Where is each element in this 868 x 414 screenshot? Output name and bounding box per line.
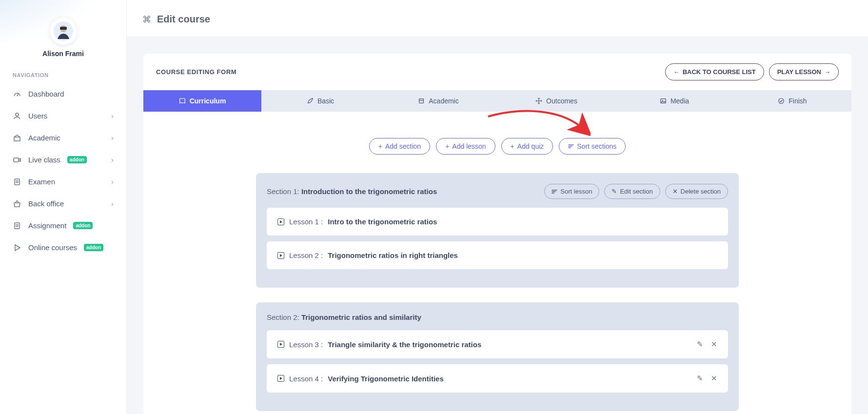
plus-icon: + — [511, 142, 514, 150]
nav-item-label: Back office — [28, 199, 64, 208]
sort-lesson-label: Sort lesson — [560, 188, 592, 195]
video-icon — [13, 156, 21, 164]
clipboard-icon — [13, 222, 21, 230]
leaf-icon — [307, 98, 314, 104]
tab-label: Outcomes — [546, 97, 577, 105]
sidebar-item-users[interactable]: Users› — [0, 105, 126, 127]
back-label: BACK TO COURSE LIST — [683, 68, 756, 76]
play-lesson-button[interactable]: PLAY LESSON → — [769, 63, 839, 80]
svg-point-4 — [16, 113, 19, 116]
sub-header: COURSE EDITING FORM ← BACK TO COURSE LIS… — [143, 54, 851, 90]
svg-rect-5 — [14, 137, 20, 141]
edit-lesson-icon[interactable]: ✎ — [697, 374, 703, 383]
nav-item-label: Dashboard — [28, 90, 64, 98]
addon-badge: addon — [73, 222, 93, 229]
lesson-title: Triangle similarity & the trigonometric … — [328, 340, 481, 349]
chevron-right-icon: › — [111, 177, 114, 186]
avatar[interactable] — [50, 18, 77, 45]
section-card: Section 2: Trigonometric ratios and simi… — [256, 302, 739, 411]
tab-curriculum[interactable]: Curriculum — [143, 90, 261, 112]
svg-rect-10 — [15, 223, 20, 229]
lesson-title: Trigonometric ratios in right triangles — [328, 251, 458, 259]
page-title: Edit course — [157, 14, 210, 25]
nav-item-label: Academic — [28, 134, 60, 142]
chevron-right-icon: › — [111, 156, 114, 164]
tab-label: Media — [671, 97, 689, 105]
sidebar: Alison Frami NAVIGATION DashboardUsers›A… — [0, 0, 127, 414]
nav-section-label: NAVIGATION — [0, 63, 126, 83]
sidebar-profile: Alison Frami — [0, 0, 126, 63]
lesson-row[interactable]: Lesson 3 : Triangle similarity & the tri… — [267, 330, 728, 358]
layers-icon — [418, 98, 425, 104]
edit-section-button[interactable]: ✎Edit section — [604, 184, 660, 199]
section-title: Section 2: Trigonometric ratios and simi… — [267, 313, 421, 321]
tab-media[interactable]: Media — [615, 90, 733, 112]
tab-label: Curriculum — [190, 97, 226, 105]
add-lesson-label: Add lesson — [452, 142, 486, 150]
tab-finish[interactable]: Finish — [733, 90, 851, 112]
user-icon — [13, 112, 21, 120]
lesson-prefix: Lesson 1 : — [289, 217, 323, 226]
user-name: Alison Frami — [42, 50, 84, 58]
lesson-title: Intro to the trigonometric ratios — [328, 217, 437, 226]
lesson-row[interactable]: Lesson 1 : Intro to the trigonometric ra… — [267, 208, 728, 236]
lesson-prefix: Lesson 3 : — [289, 340, 323, 349]
play-icon — [277, 218, 284, 225]
svg-rect-13 — [419, 99, 424, 103]
sort-icon — [552, 189, 557, 195]
svg-rect-2 — [60, 27, 67, 30]
tabs: CurriculumBasicAcademicOutcomesMediaFini… — [143, 90, 851, 112]
image-icon — [660, 98, 667, 104]
sidebar-item-assignment[interactable]: Assignmentaddon — [0, 215, 126, 237]
plus-icon: + — [445, 142, 449, 150]
sidebar-item-examen[interactable]: Examen› — [0, 171, 126, 193]
sidebar-item-back-office[interactable]: Back office› — [0, 193, 126, 215]
section-title: Section 1: Introduction to the trigonome… — [267, 187, 437, 196]
plus-icon: + — [378, 142, 382, 150]
sort-icon — [568, 143, 574, 149]
lesson-row[interactable]: Lesson 2 : Trigonometric ratios in right… — [267, 241, 728, 269]
nav-item-label: Live class — [28, 156, 60, 164]
add-section-button[interactable]: + Add section — [369, 138, 430, 155]
add-quiz-label: Add quiz — [517, 142, 544, 150]
pencil-icon: ✎ — [612, 188, 617, 195]
chevron-right-icon: › — [111, 112, 114, 120]
building-icon — [13, 134, 21, 142]
nav-item-label: Examen — [28, 177, 55, 186]
add-quiz-button[interactable]: + Add quiz — [501, 138, 553, 155]
check-circle-icon — [778, 98, 785, 104]
sort-sections-button[interactable]: Sort sections — [559, 138, 626, 155]
svg-line-3 — [17, 94, 19, 96]
delete-lesson-icon[interactable]: ✕ — [711, 340, 717, 349]
chevron-right-icon: › — [111, 134, 114, 142]
close-icon: ✕ — [672, 188, 678, 195]
main: ⌘ Edit course COURSE EDITING FORM ← BACK… — [127, 0, 868, 414]
back-to-course-list-button[interactable]: ← BACK TO COURSE LIST — [665, 63, 764, 80]
edit-lesson-icon[interactable]: ✎ — [697, 340, 703, 349]
tab-academic[interactable]: Academic — [379, 90, 497, 112]
tab-outcomes[interactable]: Outcomes — [497, 90, 615, 112]
sort-lesson-button[interactable]: Sort lesson — [544, 184, 599, 199]
tab-label: Finish — [789, 97, 807, 105]
tab-basic[interactable]: Basic — [261, 90, 379, 112]
play-icon — [277, 341, 284, 348]
add-section-label: Add section — [385, 142, 421, 150]
sidebar-item-academic[interactable]: Academic› — [0, 127, 126, 149]
tab-label: Academic — [429, 97, 458, 105]
move-icon — [535, 98, 542, 104]
edit-section-label: Edit section — [620, 188, 652, 195]
curriculum-action-row: + Add section + Add lesson + Add quiz So… — [156, 138, 839, 155]
sidebar-item-dashboard[interactable]: Dashboard — [0, 83, 126, 105]
add-lesson-button[interactable]: + Add lesson — [436, 138, 495, 155]
play-icon — [277, 252, 284, 259]
delete-lesson-icon[interactable]: ✕ — [711, 374, 717, 383]
tab-label: Basic — [317, 97, 334, 105]
sidebar-item-live-class[interactable]: Live classaddon› — [0, 149, 126, 171]
basket-icon — [13, 200, 21, 208]
lesson-row[interactable]: Lesson 4 : Verifying Trigonometric Ident… — [267, 364, 728, 393]
sidebar-item-online-courses[interactable]: Online coursesaddon — [0, 237, 126, 258]
addon-badge: addon — [67, 156, 87, 163]
delete-section-button[interactable]: ✕Delete section — [665, 184, 728, 199]
lesson-prefix: Lesson 2 : — [289, 251, 323, 259]
form-title: COURSE EDITING FORM — [156, 68, 237, 76]
